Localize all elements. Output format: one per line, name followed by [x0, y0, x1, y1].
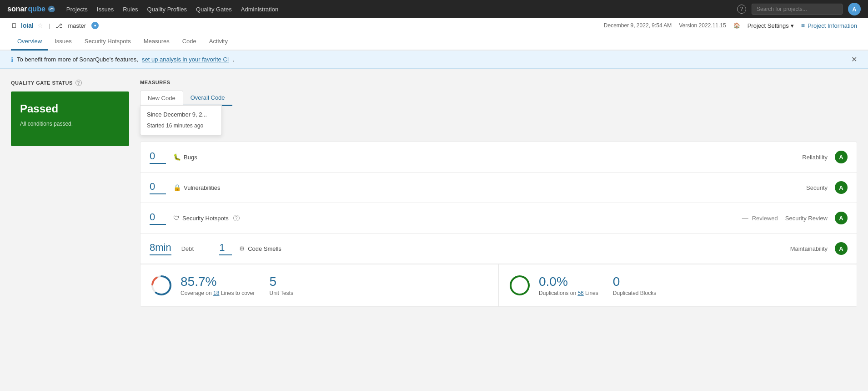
- project-timestamp: December 9, 2022, 9:54 AM: [604, 22, 672, 29]
- lock-icon: 🔒: [173, 184, 181, 191]
- project-left: 🗒 loial ☆ | ⎇ master ●: [11, 22, 99, 29]
- code-smells-icon: ⚙: [239, 245, 245, 252]
- tab-overall-code[interactable]: Overall Code: [183, 91, 232, 106]
- tab-measures[interactable]: Measures: [137, 33, 176, 51]
- hotspots-reviewed: — Reviewed: [742, 214, 778, 222]
- coverage-circle: [150, 274, 173, 297]
- user-avatar[interactable]: A: [848, 3, 861, 15]
- tab-overview[interactable]: Overview: [11, 33, 48, 51]
- vulnerabilities-right: Security A: [806, 181, 848, 194]
- vulnerabilities-metric-row: 0 🔒 Vulnerabilities Security A: [140, 173, 857, 203]
- bugs-metric-row: 0 🐛 Bugs Reliability A: [140, 142, 857, 173]
- metrics-container: 0 🐛 Bugs Reliability A 0 🔒 Vulnerabiliti…: [140, 142, 857, 307]
- project-name[interactable]: loial: [21, 22, 34, 29]
- logo-icon: [47, 5, 55, 13]
- coverage-percent[interactable]: 85.7%: [181, 274, 255, 289]
- project-right: December 9, 2022, 9:54 AM Version 2022.1…: [604, 22, 857, 29]
- star-icon[interactable]: ☆: [37, 22, 43, 29]
- hotspots-right: Security Review A: [785, 212, 848, 224]
- unit-tests-value[interactable]: 5: [269, 274, 293, 289]
- duplications-percent-block: 0.0% Duplications on 56 Lines: [539, 274, 598, 296]
- duplications-circle: [508, 274, 532, 297]
- close-banner-button[interactable]: ✕: [851, 55, 857, 64]
- project-folder-icon: 🗒: [11, 22, 17, 29]
- coverage-percent-block: 85.7% Coverage on 18 Lines to cover: [181, 274, 255, 296]
- coverage-section: 85.7% Coverage on 18 Lines to cover 5 Un…: [140, 264, 499, 306]
- duplications-percent[interactable]: 0.0%: [539, 274, 598, 289]
- banner-text-after: .: [232, 56, 234, 63]
- hotspots-grade: A: [835, 212, 848, 224]
- quality-gate-status: Passed: [20, 102, 120, 115]
- duplicated-blocks-label: Duplicated Blocks: [613, 290, 656, 296]
- nav-rules[interactable]: Rules: [123, 6, 138, 13]
- bugs-grade: A: [835, 151, 848, 163]
- nav-issues[interactable]: Issues: [97, 6, 114, 13]
- top-navigation: sonarqube Projects Issues Rules Quality …: [0, 0, 868, 18]
- maintainability-metric-row: 8min Debt 1 ⚙ Code Smells Maintainabilit…: [140, 234, 857, 264]
- nav-quality-gates[interactable]: Quality Gates: [196, 6, 232, 13]
- dash-icon: —: [742, 214, 748, 222]
- duplicated-blocks-value[interactable]: 0: [613, 274, 656, 289]
- top-nav-links: Projects Issues Rules Quality Profiles Q…: [66, 6, 726, 13]
- debt-value[interactable]: 8min: [150, 242, 171, 255]
- new-code-tab-container: New Code Since December 9, 2... Started …: [140, 91, 183, 105]
- tab-activity[interactable]: Activity: [203, 33, 234, 51]
- nav-projects[interactable]: Projects: [66, 6, 88, 13]
- chevron-down-icon: ▾: [791, 22, 794, 29]
- main-content: QUALITY GATE STATUS ? Passed All conditi…: [0, 69, 868, 318]
- bugs-value[interactable]: 0: [150, 150, 166, 164]
- debt-label: Debt: [181, 245, 194, 252]
- security-hotspots-metric-row: 0 🛡 Security Hotspots ? — Reviewed Secur…: [140, 203, 857, 234]
- svg-point-3: [511, 276, 529, 295]
- top-nav-right: ? A: [737, 3, 861, 15]
- tab-code[interactable]: Code: [176, 33, 203, 51]
- coverage-lines-link[interactable]: 18: [213, 290, 219, 296]
- duplicated-blocks-block: 0 Duplicated Blocks: [613, 274, 656, 296]
- project-header: 🗒 loial ☆ | ⎇ master ● December 9, 2022,…: [0, 18, 868, 33]
- banner-link[interactable]: set up analysis in your favorite CI: [142, 56, 229, 63]
- coverage-stats: 85.7% Coverage on 18 Lines to cover 5 Un…: [181, 274, 293, 296]
- tab-new-code[interactable]: New Code: [140, 91, 183, 106]
- quality-gate-section: QUALITY GATE STATUS ? Passed All conditi…: [11, 80, 129, 307]
- vulnerabilities-value[interactable]: 0: [150, 181, 166, 194]
- project-settings-button[interactable]: Project Settings ▾: [748, 22, 794, 29]
- project-version: Version 2022.11.15: [679, 22, 726, 29]
- unit-tests-block: 5 Unit Tests: [269, 274, 293, 296]
- home-icon[interactable]: 🏠: [733, 22, 740, 29]
- hotspots-info-icon[interactable]: ?: [233, 215, 240, 221]
- banner-text: To benefit from more of SonarQube's feat…: [17, 56, 138, 63]
- banner-left: ℹ To benefit from more of SonarQube's fe…: [11, 56, 234, 63]
- duplications-stats: 0.0% Duplications on 56 Lines 0 Duplicat…: [539, 274, 656, 296]
- info-icon: ℹ: [11, 56, 13, 63]
- measures-title: MEASURES: [140, 80, 857, 85]
- bugs-right: Reliability A: [802, 151, 848, 163]
- tab-security-hotspots[interactable]: Security Hotspots: [78, 33, 137, 51]
- new-code-popup: Since December 9, 2... Started 16 minute…: [140, 105, 222, 135]
- branch-badge: ●: [91, 22, 99, 29]
- tab-issues[interactable]: Issues: [48, 33, 78, 51]
- project-info-button[interactable]: ≡ Project Information: [801, 22, 857, 29]
- sub-navigation: Overview Issues Security Hotspots Measur…: [0, 33, 868, 51]
- shield-icon: 🛡: [173, 214, 180, 222]
- branch-name: master: [68, 22, 86, 29]
- duplications-lines-link[interactable]: 56: [577, 290, 583, 296]
- quality-gate-title: QUALITY GATE STATUS ?: [11, 80, 129, 86]
- bottom-metrics-row: 85.7% Coverage on 18 Lines to cover 5 Un…: [140, 264, 857, 306]
- nav-administration[interactable]: Administration: [241, 6, 278, 13]
- code-smells-label: ⚙ Code Smells: [239, 245, 783, 252]
- hotspots-value[interactable]: 0: [150, 211, 166, 225]
- search-input[interactable]: [752, 4, 843, 15]
- maintainability-grade: A: [835, 242, 848, 255]
- bugs-label: 🐛 Bugs: [173, 153, 795, 161]
- bug-icon: 🐛: [173, 153, 181, 161]
- code-smells-value[interactable]: 1: [219, 242, 232, 255]
- branch-icon: ⎇: [55, 22, 62, 29]
- nav-quality-profiles[interactable]: Quality Profiles: [147, 6, 187, 13]
- quality-gate-subtitle: All conditions passed.: [20, 121, 120, 127]
- quality-gate-info-icon[interactable]: ?: [75, 80, 82, 86]
- help-icon[interactable]: ?: [737, 5, 746, 14]
- logo[interactable]: sonarqube: [7, 5, 55, 13]
- duplications-label: Duplications on 56 Lines: [539, 290, 598, 296]
- hotspots-label: 🛡 Security Hotspots ?: [173, 214, 735, 222]
- coverage-label: Coverage on 18 Lines to cover: [181, 290, 255, 296]
